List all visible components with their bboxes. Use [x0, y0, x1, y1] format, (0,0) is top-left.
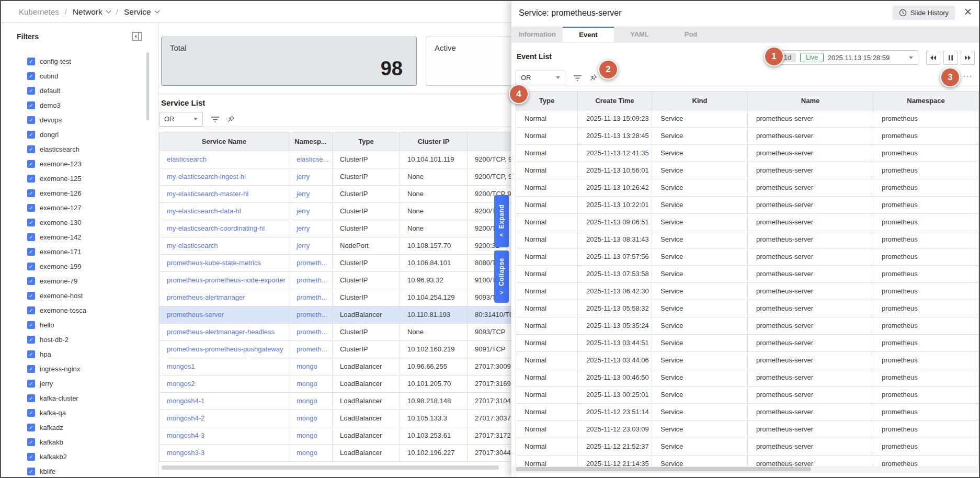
checkbox-checked-icon[interactable]: ✓: [27, 292, 35, 300]
cell-namespace[interactable]: mongo: [289, 427, 333, 445]
namespace-link[interactable]: prometh...: [297, 276, 327, 284]
table-row[interactable]: Normal 2025-11-12 23:03:09 Service prome…: [516, 421, 979, 438]
namespace-link[interactable]: jerry: [297, 173, 310, 180]
namespace-link[interactable]: prometh...: [297, 328, 327, 336]
breadcrumb-network-menu[interactable]: Network: [73, 7, 110, 17]
service-name-link[interactable]: my-elasticsearch-master-hl: [167, 190, 248, 198]
service-name-link[interactable]: prometheus-alertmanager: [167, 293, 245, 301]
service-name-link[interactable]: my-elasticsearch-data-hl: [167, 207, 241, 215]
close-icon[interactable]: ×: [964, 4, 972, 19]
cell-namespace[interactable]: prometh...: [289, 324, 333, 341]
service-name-link[interactable]: elasticsearch: [167, 155, 207, 163]
cell-namespace[interactable]: jerry: [289, 168, 333, 186]
breadcrumb-service-menu[interactable]: Service: [124, 7, 159, 17]
namespace-link[interactable]: mongo: [297, 449, 317, 457]
namespace-link[interactable]: prometh...: [297, 311, 327, 318]
cell-service-name[interactable]: mongosh4-1: [159, 393, 289, 410]
panel-collapse-icon[interactable]: [132, 32, 142, 41]
cell-service-name[interactable]: prometheus-prometheus-pushgateway: [159, 341, 289, 358]
namespace-filter-item[interactable]: ✓ default: [1, 83, 153, 98]
service-name-link[interactable]: prometheus-prometheus-node-exporter: [167, 276, 286, 284]
table-row[interactable]: Normal 2025-11-12 23:51:14 Service prome…: [516, 404, 979, 421]
cell-service-name[interactable]: my-elasticsearch-data-hl: [159, 203, 289, 220]
namespace-filter-item[interactable]: ✓ config-test: [1, 54, 153, 69]
namespace-link[interactable]: prometh...: [297, 345, 327, 353]
namespace-filter-item[interactable]: ✓ exemone-125: [1, 171, 153, 186]
checkbox-checked-icon[interactable]: ✓: [27, 453, 35, 461]
cell-service-name[interactable]: prometheus-alertmanager-headless: [159, 324, 289, 341]
service-name-link[interactable]: mongosh4-3: [167, 431, 204, 439]
cell-service-name[interactable]: my-elasticsearch-master-hl: [159, 186, 289, 203]
checkbox-checked-icon[interactable]: ✓: [27, 336, 35, 344]
namespace-filter-item[interactable]: ✓ exemone-130: [1, 215, 153, 230]
service-name-link[interactable]: prometheus-kube-state-metrics: [167, 259, 261, 267]
sidebar-scrollbar-thumb[interactable]: [146, 52, 149, 120]
pin-icon[interactable]: [226, 115, 235, 123]
cell-namespace[interactable]: elasticse...: [289, 151, 333, 168]
service-list-operator-select[interactable]: OR: [159, 112, 203, 127]
time-range-picker[interactable]: 1d Live 2025.11.13 15:28:59: [774, 50, 918, 65]
cell-service-name[interactable]: mongosh3-3: [159, 445, 289, 462]
cell-service-name[interactable]: elasticsearch: [159, 151, 289, 168]
checkbox-checked-icon[interactable]: ✓: [27, 277, 35, 285]
namespace-filter-item[interactable]: ✓ exemone-126: [1, 186, 153, 200]
namespace-filter-item[interactable]: ✓ kblife: [1, 464, 153, 477]
service-list-hscrollbar-thumb[interactable]: [162, 465, 499, 470]
breadcrumb-root[interactable]: Kubernetes: [19, 7, 59, 16]
namespace-filter-item[interactable]: ✓ exemone-host: [1, 288, 153, 303]
namespace-link[interactable]: mongo: [297, 414, 317, 422]
table-row[interactable]: Normal 2025-11-13 15:09:23 Service prome…: [516, 110, 979, 128]
table-row[interactable]: Normal 2025-11-13 05:58:32 Service prome…: [516, 300, 979, 317]
checkbox-checked-icon[interactable]: ✓: [27, 468, 35, 475]
cell-service-name[interactable]: prometheus-kube-state-metrics: [159, 255, 289, 272]
namespace-filter-item[interactable]: ✓ exemone-142: [1, 230, 153, 244]
namespace-filter-item[interactable]: ✓ kafkadz: [1, 420, 153, 435]
service-name-link[interactable]: mongosh3-3: [167, 449, 204, 457]
table-row[interactable]: Normal 2025-11-13 00:46:50 Service prome…: [516, 369, 979, 386]
checkbox-checked-icon[interactable]: ✓: [27, 219, 35, 226]
service-name-link[interactable]: mongos2: [167, 380, 195, 388]
checkbox-checked-icon[interactable]: ✓: [27, 87, 35, 95]
table-row[interactable]: Normal 2025-11-13 10:22:01 Service prome…: [516, 197, 979, 214]
more-menu-icon[interactable]: ···: [963, 72, 973, 81]
namespace-filter-item[interactable]: ✓ demo3: [1, 98, 153, 112]
namespace-filter-item[interactable]: ✓ exemone-127: [1, 200, 153, 215]
checkbox-checked-icon[interactable]: ✓: [27, 131, 35, 139]
checkbox-checked-icon[interactable]: ✓: [27, 380, 35, 388]
namespace-filter-item[interactable]: ✓ kafka-qa: [1, 405, 153, 420]
namespace-filter-item[interactable]: ✓ hpa: [1, 347, 153, 361]
cell-service-name[interactable]: prometheus-server: [159, 306, 289, 324]
namespace-filter-item[interactable]: ✓ hello: [1, 317, 153, 332]
pause-button[interactable]: [943, 51, 958, 65]
cell-namespace[interactable]: mongo: [289, 375, 333, 393]
service-name-link[interactable]: prometheus-prometheus-pushgateway: [167, 345, 283, 353]
checkbox-checked-icon[interactable]: ✓: [27, 365, 35, 373]
fast-forward-button[interactable]: [961, 51, 975, 65]
checkbox-checked-icon[interactable]: ✓: [27, 263, 35, 270]
table-row[interactable]: Normal 2025-11-13 03:44:51 Service prome…: [516, 335, 979, 352]
table-row[interactable]: Normal 2025-11-13 10:56:01 Service prome…: [516, 162, 979, 179]
table-row[interactable]: Normal 2025-11-12 21:52:37 Service prome…: [516, 438, 979, 456]
namespace-filter-item[interactable]: ✓ devops: [1, 112, 153, 127]
service-name-link[interactable]: my-elasticsearch-coordinating-hl: [167, 224, 265, 232]
namespace-filter-item[interactable]: ✓ ingress-nginx: [1, 361, 153, 376]
table-row[interactable]: Normal 2025-11-13 05:35:24 Service prome…: [516, 317, 979, 335]
namespace-filter-item[interactable]: ✓ cubrid: [1, 69, 153, 83]
cell-service-name[interactable]: mongosh4-2: [159, 410, 289, 427]
event-table-hscrollbar[interactable]: [511, 466, 979, 473]
cell-namespace[interactable]: jerry: [289, 220, 333, 237]
table-row[interactable]: Normal 2025-11-13 09:06:51 Service prome…: [516, 214, 979, 231]
table-row[interactable]: Normal 2025-11-13 13:28:45 Service prome…: [516, 128, 979, 145]
collapse-tab[interactable]: Collapse >: [494, 251, 509, 303]
table-row[interactable]: Normal 2025-11-13 10:26:42 Service prome…: [516, 179, 979, 197]
namespace-link[interactable]: prometh...: [297, 259, 327, 267]
event-operator-select[interactable]: OR: [516, 71, 565, 85]
checkbox-checked-icon[interactable]: ✓: [27, 175, 35, 183]
cell-service-name[interactable]: my-elasticsearch-ingest-hl: [159, 168, 289, 186]
pin-icon[interactable]: [589, 74, 597, 82]
cell-namespace[interactable]: prometh...: [289, 306, 333, 324]
checkbox-checked-icon[interactable]: ✓: [27, 116, 35, 124]
event-table-hscrollbar-thumb[interactable]: [516, 467, 811, 471]
namespace-link[interactable]: mongo: [297, 397, 317, 405]
checkbox-checked-icon[interactable]: ✓: [27, 248, 35, 256]
